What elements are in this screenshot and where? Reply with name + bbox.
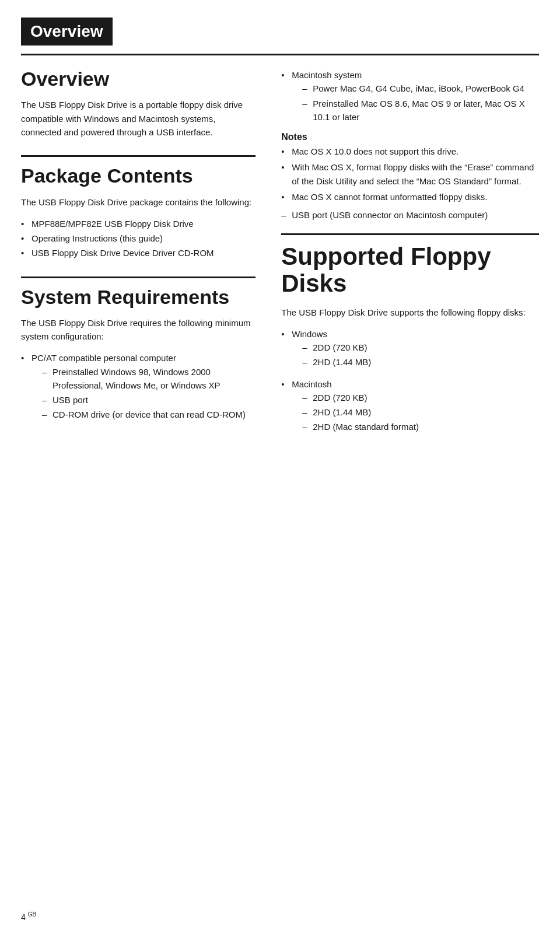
right-column: Macintosh system Power Mac G4, G4 Cube, … [270, 68, 539, 442]
list-item: MPF88E/MPF82E USB Floppy Disk Drive [21, 217, 256, 230]
package-rule [21, 155, 256, 157]
list-item: USB Floppy Disk Drive Device Driver CD-R… [21, 246, 256, 260]
list-item: 2DD (720 KB) [302, 341, 539, 354]
list-item: Mac OS X cannot format unformatted flopp… [281, 190, 539, 204]
supported-windows-list: Windows 2DD (720 KB) 2HD (1.44 MB) [281, 327, 539, 369]
header-bar-text: Overview [30, 22, 103, 40]
windows-dash-list: 2DD (720 KB) 2HD (1.44 MB) [302, 341, 539, 369]
supported-floppy-section: Supported Floppy Disks The USB Floppy Di… [281, 233, 539, 433]
mac-floppy-dash-list: 2DD (720 KB) 2HD (1.44 MB) 2HD (Mac stan… [302, 391, 539, 434]
list-item: Preinstalled Windows 98, Windows 2000 Pr… [42, 365, 256, 393]
mac-dash-list: Power Mac G4, G4 Cube, iMac, iBook, Powe… [302, 82, 539, 124]
package-intro: The USB Floppy Disk Drive package contai… [21, 195, 256, 209]
supported-mac-list: Macintosh 2DD (720 KB) 2HD (1.44 MB) 2HD… [281, 377, 539, 434]
list-item: 2HD (Mac standard format) [302, 420, 539, 433]
list-item: With Mac OS X, format floppy disks with … [281, 160, 539, 188]
usb-dash-list: USB port (USB connector on Macintosh com… [281, 208, 539, 222]
left-column: Overview The USB Floppy Disk Drive is a … [21, 68, 270, 442]
mac-bullet-list: Macintosh system Power Mac G4, G4 Cube, … [281, 68, 539, 124]
list-item: 2HD (1.44 MB) [302, 405, 539, 419]
supported-intro: The USB Floppy Disk Drive supports the f… [281, 306, 539, 319]
top-rule [21, 54, 539, 55]
package-items-list: MPF88E/MPF82E USB Floppy Disk Drive Oper… [21, 217, 256, 260]
notes-list: Mac OS X 10.0 does not support this driv… [281, 145, 539, 204]
list-item: USB port (USB connector on Macintosh com… [281, 208, 539, 222]
page-number: 4 [21, 912, 26, 922]
list-item: 2HD (1.44 MB) [302, 355, 539, 369]
list-item: 2DD (720 KB) [302, 391, 539, 404]
page: Overview Overview The USB Floppy Disk Dr… [0, 0, 560, 938]
notes-heading: Notes [281, 132, 539, 142]
list-item: Mac OS X 10.0 does not support this driv… [281, 145, 539, 158]
system-requirements-section: System Requirements The USB Floppy Disk … [21, 276, 256, 422]
page-label: GB [28, 911, 36, 918]
sysreq-rule [21, 276, 256, 278]
main-content: Overview The USB Floppy Disk Drive is a … [21, 68, 539, 442]
sysreq-intro: The USB Floppy Disk Drive requires the f… [21, 316, 256, 344]
list-item: Power Mac G4, G4 Cube, iMac, iBook, Powe… [302, 82, 539, 95]
list-item: Macintosh system Power Mac G4, G4 Cube, … [281, 68, 539, 124]
sysreq-pc-list: PC/AT compatible personal computer Prein… [21, 351, 256, 421]
mac-system-section: Macintosh system Power Mac G4, G4 Cube, … [281, 68, 539, 222]
list-item: Preinstalled Mac OS 8.6, Mac OS 9 or lat… [302, 97, 539, 124]
supported-heading: Supported Floppy Disks [281, 243, 539, 297]
list-item: Operating Instructions (this guide) [21, 232, 256, 245]
list-item: Macintosh 2DD (720 KB) 2HD (1.44 MB) 2HD… [281, 377, 539, 434]
sysreq-heading: System Requirements [21, 286, 256, 308]
header-bar: Overview [21, 18, 113, 46]
pc-dash-list: Preinstalled Windows 98, Windows 2000 Pr… [42, 365, 256, 422]
supported-rule [281, 233, 539, 235]
overview-intro: The USB Floppy Disk Drive is a portable … [21, 98, 256, 139]
list-item: Windows 2DD (720 KB) 2HD (1.44 MB) [281, 327, 539, 369]
package-contents-section: Package Contents The USB Floppy Disk Dri… [21, 155, 256, 260]
overview-section: Overview The USB Floppy Disk Drive is a … [21, 68, 256, 139]
list-item: CD-ROM drive (or device that can read CD… [42, 408, 256, 421]
footer: 4 GB [21, 911, 36, 922]
list-item: PC/AT compatible personal computer Prein… [21, 351, 256, 421]
package-heading: Package Contents [21, 165, 256, 187]
overview-title: Overview [21, 68, 256, 90]
list-item: USB port [42, 393, 256, 407]
